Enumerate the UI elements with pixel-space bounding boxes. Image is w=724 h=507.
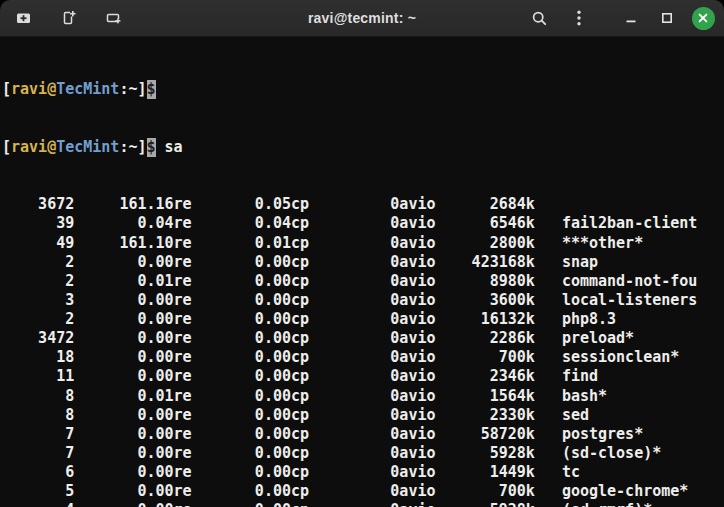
sa-output-row: 2 0.00re 0.00cp 0avio 423168k snap xyxy=(2,253,724,272)
prompt-user: ravi@ xyxy=(11,80,56,98)
new-terminal-button[interactable] xyxy=(96,3,130,33)
minimize-icon xyxy=(624,11,638,25)
close-icon xyxy=(697,12,709,24)
sa-output-row: 18 0.00re 0.00cp 0avio 700k sessionclean… xyxy=(2,348,724,367)
prompt-suffix: :~] xyxy=(119,138,146,156)
prompt-dollar-block: $ xyxy=(147,80,156,99)
terminal-screen[interactable]: [ravi@TecMint:~]$ [ravi@TecMint:~]$sa 36… xyxy=(0,37,724,507)
new-terminal-icon xyxy=(105,10,122,26)
sa-output-row: 3 0.00re 0.00cp 0avio 3600k local-listen… xyxy=(2,291,724,310)
terminal-window: ravi@tecmint: ~ xyxy=(0,0,724,507)
prompt-dollar-block: $ xyxy=(147,138,156,157)
sa-output-row: 7 0.00re 0.00cp 0avio 5928k (sd-close)* xyxy=(2,444,724,463)
prompt-user: ravi@ xyxy=(11,138,56,156)
titlebar[interactable]: ravi@tecmint: ~ xyxy=(0,0,724,37)
sa-output-row: 5 0.00re 0.00cp 0avio 700k google-chrome… xyxy=(2,482,724,501)
maximize-icon xyxy=(660,11,674,25)
prompt-line-command: [ravi@TecMint:~]$sa xyxy=(2,138,724,157)
sa-output-row: 7 0.00re 0.00cp 0avio 58720k postgres* xyxy=(2,425,724,444)
close-circle xyxy=(692,7,715,30)
prompt-host: TecMint xyxy=(56,138,119,156)
titlebar-left-buttons xyxy=(6,3,130,33)
sa-output-row: 8 0.01re 0.00cp 0avio 1564k bash* xyxy=(2,387,724,406)
sa-output-row: 2 0.00re 0.00cp 0avio 16132k php8.3 xyxy=(2,310,724,329)
typed-command: sa xyxy=(165,138,183,156)
minimize-button[interactable] xyxy=(616,3,646,33)
sa-output-row: 49 161.10re 0.01cp 0avio 2800k ***other* xyxy=(2,234,724,253)
sa-output-row: 11 0.00re 0.00cp 0avio 2346k find xyxy=(2,367,724,386)
new-tab-icon xyxy=(60,10,76,26)
prompt-suffix: :~] xyxy=(119,80,146,98)
new-tab-button[interactable] xyxy=(51,3,85,33)
prompt-line: [ravi@TecMint:~]$ xyxy=(2,80,724,99)
new-window-button[interactable] xyxy=(6,3,40,33)
titlebar-right-buttons xyxy=(522,3,718,33)
close-button[interactable] xyxy=(688,3,718,33)
sa-output-row: 4 0.00re 0.00cp 0avio 5928k (sd-rmrf)* xyxy=(2,501,724,507)
sa-output-row: 39 0.04re 0.04cp 0avio 6546k fail2ban-cl… xyxy=(2,214,724,233)
prompt-host: TecMint xyxy=(56,80,119,98)
new-window-icon xyxy=(15,10,32,26)
search-button[interactable] xyxy=(522,3,556,33)
prompt-bracket: [ xyxy=(2,138,11,156)
menu-kebab-icon xyxy=(571,9,587,27)
maximize-button[interactable] xyxy=(652,3,682,33)
sa-output-row: 6 0.00re 0.00cp 0avio 1449k tc xyxy=(2,463,724,482)
sa-output-row: 3672 161.16re 0.05cp 0avio 2684k xyxy=(2,195,724,214)
sa-output-row: 8 0.00re 0.00cp 0avio 2330k sed xyxy=(2,406,724,425)
sa-output-row: 2 0.01re 0.00cp 0avio 8980k command-not-… xyxy=(2,272,724,291)
prompt-bracket: [ xyxy=(2,80,11,98)
menu-button[interactable] xyxy=(562,3,596,33)
sa-output-row: 3472 0.00re 0.00cp 0avio 2286k preload* xyxy=(2,329,724,348)
search-icon xyxy=(531,10,548,27)
